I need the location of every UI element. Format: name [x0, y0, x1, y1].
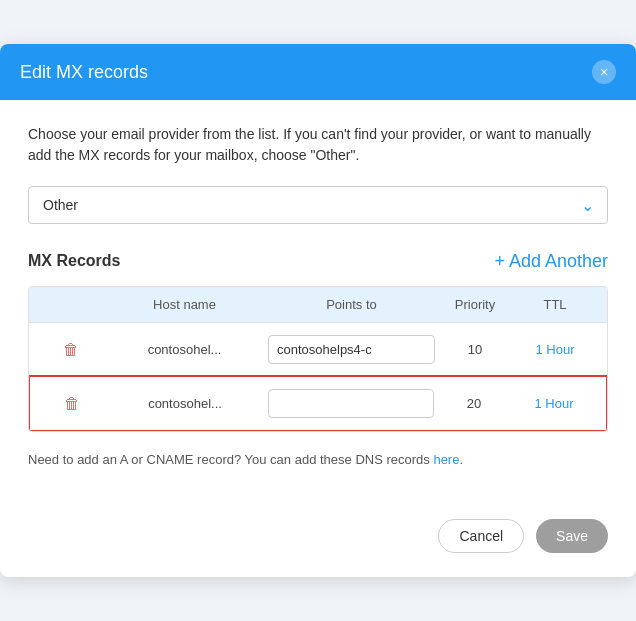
plus-icon: +	[494, 252, 505, 270]
row1-ttl: 1 Hour	[515, 342, 595, 357]
row2-points-to-input[interactable]	[268, 389, 434, 418]
row2-points-to-cell	[268, 389, 434, 418]
mx-section-title: MX Records	[28, 252, 120, 270]
dns-note-link[interactable]: here	[433, 452, 459, 467]
dns-note: Need to add an A or CNAME record? You ca…	[28, 452, 608, 467]
dns-note-text-before: Need to add an A or CNAME record? You ca…	[28, 452, 433, 467]
row1-points-to-cell	[268, 335, 435, 364]
col-header-points-to: Points to	[268, 297, 435, 312]
add-another-button[interactable]: + Add Another	[494, 252, 608, 270]
col-header-ttl: TTL	[515, 297, 595, 312]
row1-points-to-input[interactable]	[268, 335, 435, 364]
col-header-hostname: Host name	[101, 297, 268, 312]
delete-row1-button[interactable]: 🗑	[63, 341, 79, 359]
delete-row2-button[interactable]: 🗑	[64, 395, 80, 413]
table-row: 🗑 contosohel... 10 1 Hour	[29, 322, 607, 376]
dns-note-text-after: .	[459, 452, 463, 467]
row2-hostname: contosohel...	[102, 396, 268, 411]
row1-priority: 10	[435, 342, 515, 357]
col-header-priority: Priority	[435, 297, 515, 312]
col-header-delete	[41, 297, 101, 312]
mx-records-table: Host name Points to Priority TTL 🗑 conto…	[28, 286, 608, 432]
modal-header: Edit MX records ×	[0, 44, 636, 100]
modal-footer: Cancel Save	[0, 519, 636, 577]
edit-mx-modal: Edit MX records × Choose your email prov…	[0, 44, 636, 577]
provider-select-wrapper: Other Google Workspace Microsoft 365 Zoh…	[28, 186, 608, 224]
description-text: Choose your email provider from the list…	[28, 124, 608, 166]
provider-select[interactable]: Other Google Workspace Microsoft 365 Zoh…	[28, 186, 608, 224]
row1-delete-cell: 🗑	[41, 341, 101, 359]
mx-section-header: MX Records + Add Another	[28, 252, 608, 270]
row1-hostname: contosohel...	[101, 342, 268, 357]
row2-priority: 20	[434, 396, 514, 411]
save-button[interactable]: Save	[536, 519, 608, 553]
row2-ttl: 1 Hour	[514, 396, 594, 411]
close-button[interactable]: ×	[592, 60, 616, 84]
modal-title: Edit MX records	[20, 62, 148, 83]
cancel-button[interactable]: Cancel	[438, 519, 524, 553]
modal-body: Choose your email provider from the list…	[0, 100, 636, 519]
add-another-label: Add Another	[509, 252, 608, 270]
table-header: Host name Points to Priority TTL	[29, 287, 607, 322]
row2-delete-cell: 🗑	[42, 395, 102, 413]
table-row: 🗑 contosohel... 20 1 Hour	[28, 375, 608, 432]
